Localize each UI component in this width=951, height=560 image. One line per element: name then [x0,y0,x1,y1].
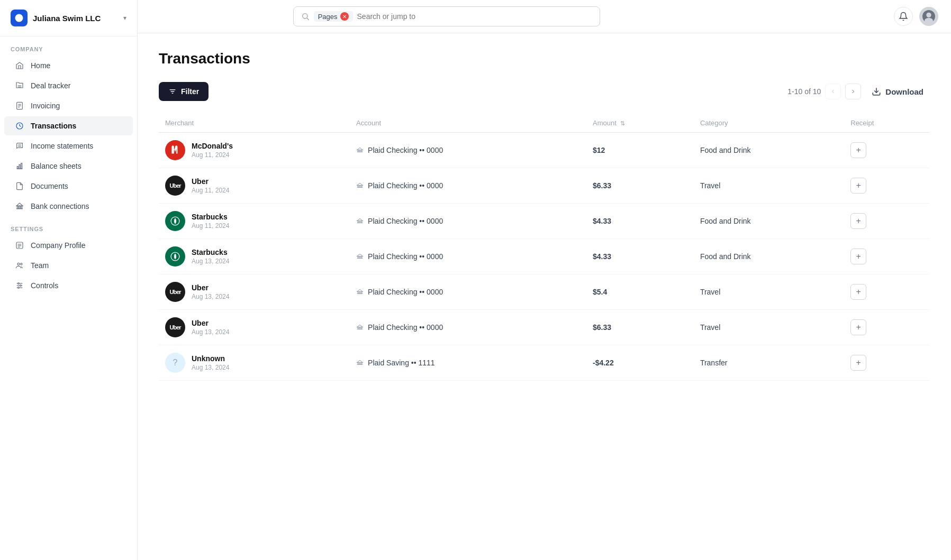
search-filter-tag[interactable]: Pages ✕ [314,11,353,22]
transactions-table: Merchant Account Amount ⇅ Category Recei… [159,114,930,381]
transactions-icon [15,121,24,131]
category-value: Food and Drink [700,252,751,261]
sidebar-item-transactions[interactable]: Transactions [4,116,133,135]
amount-value: $6.33 [593,181,611,190]
merchant-date: Aug 11, 2024 [192,151,233,159]
add-receipt-button[interactable]: + [850,319,866,335]
merchant-name: Starbucks [192,213,229,221]
merchant-cell: Uber Uber Aug 13, 2024 [159,310,350,345]
merchant-cell: Starbucks Aug 13, 2024 [159,239,350,274]
filter-button[interactable]: Filter [159,82,209,101]
svg-rect-62 [361,291,362,293]
account-name: Plaid Checking •• 0000 [368,146,443,154]
add-receipt-button[interactable]: + [850,249,866,264]
invoice-icon [15,101,24,111]
account-cell: Plaid Checking •• 0000 [350,133,586,168]
company-name: Juliana Swim LLC [33,14,101,23]
amount-cell: $4.33 [586,239,694,274]
sidebar-item-income-statements[interactable]: Income statements [4,136,133,155]
merchant-date: Aug 13, 2024 [192,364,229,371]
merchant-logo: ? [165,353,185,373]
svg-point-31 [20,285,22,287]
svg-rect-68 [358,362,358,364]
controls-icon [15,281,24,290]
sidebar-item-invoicing[interactable]: Invoicing [4,96,133,115]
download-button[interactable]: Download [865,82,930,100]
amount-cell: $4.33 [586,204,694,239]
merchant-logo: Uber [165,176,185,196]
amount-value: -$4.22 [593,359,614,367]
sidebar-item-home[interactable]: Home [4,56,133,75]
svg-rect-43 [359,150,360,152]
sort-icon[interactable]: ⇅ [620,120,625,126]
prev-page-button[interactable] [825,84,841,99]
svg-rect-52 [359,221,360,223]
pagination-text: 1-10 of 10 [787,87,821,96]
account-cell: Plaid Checking •• 0000 [350,239,586,274]
add-receipt-button[interactable]: + [850,355,866,371]
svg-rect-21 [16,242,23,249]
sidebar-item-home-label: Home [31,61,50,70]
page-content: Transactions Filter 1-10 of 10 Download [138,33,951,560]
sidebar-item-deal-tracker[interactable]: Deal tracker [4,76,133,95]
sidebar-item-controls[interactable]: Controls [4,276,133,295]
company-switcher[interactable]: J Juliana Swim LLC ▾ [0,0,137,36]
search-tag-remove-button[interactable]: ✕ [340,12,349,21]
svg-line-10 [20,126,21,126]
search-input[interactable] [357,12,592,21]
bank-icon [356,146,364,154]
svg-rect-48 [361,185,362,187]
account-cell: Plaid Checking •• 0000 [350,274,586,310]
sidebar-item-invoicing-label: Invoicing [31,102,60,110]
topbar-right [894,7,938,26]
svg-point-36 [926,13,931,17]
sidebar-item-balance-sheets-label: Balance sheets [31,162,81,170]
svg-rect-53 [361,221,362,223]
add-receipt-button[interactable]: + [850,142,866,158]
sidebar-item-team[interactable]: Team [4,256,133,275]
category-cell: Travel [694,274,844,310]
next-page-button[interactable] [845,84,861,99]
page-title: Transactions [159,50,930,67]
sidebar-item-company-profile[interactable]: Company Profile [4,236,133,255]
svg-rect-17 [17,206,18,208]
sidebar-item-company-profile-label: Company Profile [31,241,86,250]
merchant-name: Starbucks [192,248,229,256]
svg-rect-58 [361,256,362,258]
sidebar-item-controls-label: Controls [31,281,58,290]
add-receipt-button[interactable]: + [850,284,866,300]
sidebar-item-transactions-label: Transactions [31,122,76,130]
sidebar-item-income-statements-label: Income statements [31,142,93,150]
table-row: Starbucks Aug 11, 2024 Plaid Checking ••… [159,204,930,239]
account-name: Plaid Checking •• 0000 [368,288,443,296]
merchant-logo [165,246,185,267]
table-toolbar: Filter 1-10 of 10 Download [159,82,930,101]
sidebar-item-bank-connections[interactable]: Bank connections [4,197,133,216]
user-avatar[interactable] [919,7,938,26]
category-cell: Transfer [694,345,844,381]
svg-rect-44 [361,150,362,152]
book-icon [15,141,24,151]
svg-rect-56 [358,256,358,258]
merchant-logo [165,140,185,160]
account-cell: Plaid Saving •• 1111 [350,345,586,381]
sidebar-item-deal-tracker-label: Deal tracker [31,81,70,90]
category-value: Travel [700,288,720,296]
add-receipt-button[interactable]: + [850,178,866,194]
receipt-cell: + [844,239,930,274]
merchant-cell: ? Unknown Aug 13, 2024 [159,345,350,381]
pagination: 1-10 of 10 Download [787,82,930,100]
receipt-cell: + [844,168,930,204]
merchant-date: Aug 13, 2024 [192,328,229,336]
main-content: Pages ✕ Transactions Filter 1-10 of 10 [138,0,951,560]
topbar: Pages ✕ [138,0,951,33]
merchant-name: Uber [192,319,229,327]
sidebar-item-documents[interactable]: Documents [4,177,133,196]
add-receipt-button[interactable]: + [850,213,866,229]
team-icon [15,261,24,270]
notification-button[interactable] [894,7,913,26]
bank-icon [356,253,364,260]
search-bar[interactable]: Pages ✕ [293,6,600,26]
sidebar-item-balance-sheets[interactable]: Balance sheets [4,157,133,176]
amount-cell: $6.33 [586,168,694,204]
